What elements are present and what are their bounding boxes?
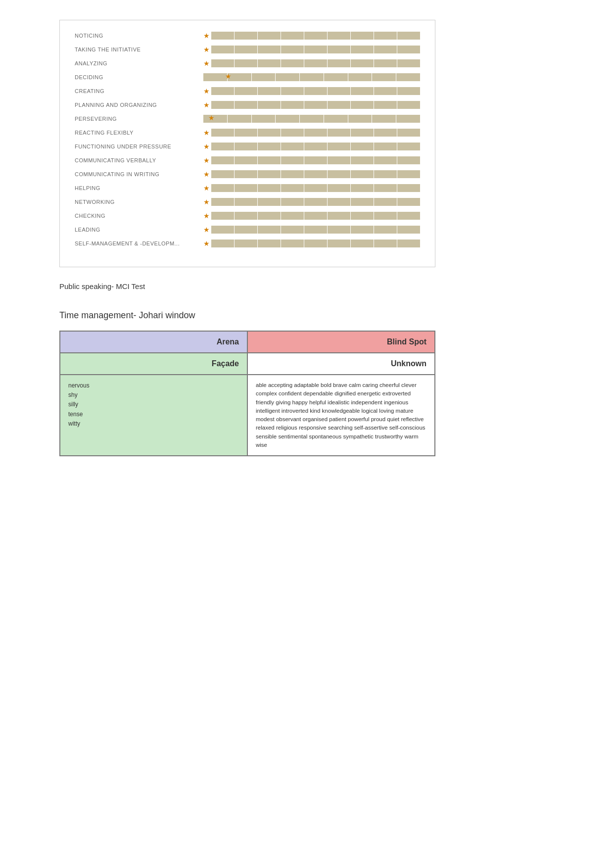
bar-segment [351, 32, 374, 40]
bar-segment [396, 73, 420, 81]
star-icon: ★ [203, 212, 210, 220]
bar-segment [281, 156, 304, 164]
bar-segment [328, 59, 350, 67]
bar-segment [281, 87, 304, 95]
bar-segment [258, 87, 281, 95]
bar-segment [281, 170, 304, 178]
bar-segment [304, 46, 327, 53]
bar-segment [258, 240, 281, 247]
bar-segment [374, 198, 397, 206]
chart-row-label: CHECKING [75, 213, 203, 219]
chart-row-label: REACTING FLEXIBLY [75, 130, 203, 136]
star-icon: ★ [203, 46, 210, 53]
star-icon: ★ [203, 240, 210, 247]
bar-segment [374, 46, 397, 53]
bar-segment [397, 226, 420, 234]
star-icon: ★ [225, 72, 232, 80]
bar-segment [258, 226, 281, 234]
bar-segment [372, 73, 396, 81]
star-icon: ★ [203, 226, 210, 234]
bar-segment [300, 73, 324, 81]
bar-segment [211, 198, 234, 206]
chart-bar-area: ★ [203, 156, 420, 165]
bar-segment [351, 198, 374, 206]
bar-segment [281, 129, 304, 137]
bar-segment [351, 212, 374, 220]
chart-bar-area: ★ [203, 142, 420, 151]
bar-segment [397, 143, 420, 150]
star-icon: ★ [203, 101, 210, 109]
chart-row-label: NETWORKING [75, 199, 203, 205]
bar-segment [235, 46, 257, 53]
chart-bar-area: ★ [203, 184, 420, 193]
bar-segment [397, 198, 420, 206]
bar-segment [203, 73, 227, 81]
facade-content: nervousshysillytensewitty [60, 375, 247, 456]
unknown-content: able accepting adaptable bold brave calm… [247, 375, 435, 456]
bar-segment [300, 115, 324, 123]
chart-row: TAKING THE INITIATIVE★ [75, 44, 420, 55]
bar-segment [351, 156, 374, 164]
bar-segment [235, 32, 257, 40]
bar-segment [228, 115, 251, 123]
chart-row: NOTICING★ [75, 30, 420, 41]
bar-segment [328, 101, 350, 109]
bar-segment [304, 143, 327, 150]
bar-segment [397, 240, 420, 247]
chart-row-label: COMMUNICATING VERBALLY [75, 157, 203, 163]
chart-row: NETWORKING★ [75, 196, 420, 207]
bar-segment [258, 170, 281, 178]
bar-segment [211, 212, 234, 220]
chart-row: PLANNING AND ORGANIZING★ [75, 99, 420, 110]
blind-spot-label: Blind Spot [387, 338, 426, 346]
bar-segment [252, 73, 276, 81]
bar-segment [235, 226, 257, 234]
bar-segment [397, 46, 420, 53]
bar-segment [397, 156, 420, 164]
bar-segment [211, 240, 234, 247]
star-icon: ★ [203, 59, 210, 67]
bar-segment [351, 46, 374, 53]
bar-segment [281, 101, 304, 109]
bar-segment [328, 226, 350, 234]
chart-rows: NOTICING★TAKING THE INITIATIVE★ANALYZING… [75, 30, 420, 249]
arena-header: Arena [60, 331, 247, 353]
bar-segment [211, 59, 234, 67]
bar-segment [276, 115, 299, 123]
bar-segments [211, 184, 420, 192]
bar-segments: ★ [203, 115, 420, 123]
chart-row-label: TAKING THE INITIATIVE [75, 47, 203, 52]
bar-segment [304, 240, 327, 247]
johari-window-table: Arena Blind Spot Façade Unknown nervouss… [59, 331, 435, 456]
bar-segments [211, 59, 420, 67]
chart-row-label: PLANNING AND ORGANIZING [75, 102, 203, 108]
bar-segment [252, 115, 276, 123]
bar-segment [235, 198, 257, 206]
bar-segments [211, 87, 420, 95]
bar-segments [211, 143, 420, 150]
bar-segments [211, 226, 420, 234]
bar-segments [211, 129, 420, 137]
star-icon: ★ [203, 156, 210, 164]
bar-segment [374, 101, 397, 109]
bar-segments: ★ [203, 73, 420, 81]
chart-row: HELPING★ [75, 183, 420, 193]
bar-segment [211, 170, 234, 178]
johari-label-row: Façade Unknown [60, 353, 435, 375]
bar-segment [258, 156, 281, 164]
bar-segment [281, 143, 304, 150]
bar-segment [328, 129, 350, 137]
star-icon: ★ [208, 114, 215, 122]
bar-segment [397, 32, 420, 40]
bar-segment [258, 212, 281, 220]
bar-segment [351, 129, 374, 137]
bar-segment [235, 59, 257, 67]
bar-segment [281, 198, 304, 206]
chart-bar-area: ★ [203, 225, 420, 234]
bar-segment [348, 73, 372, 81]
bar-segment [211, 101, 234, 109]
bar-segment [351, 184, 374, 192]
bar-segment [211, 87, 234, 95]
bar-segment [258, 129, 281, 137]
bar-segment [258, 101, 281, 109]
